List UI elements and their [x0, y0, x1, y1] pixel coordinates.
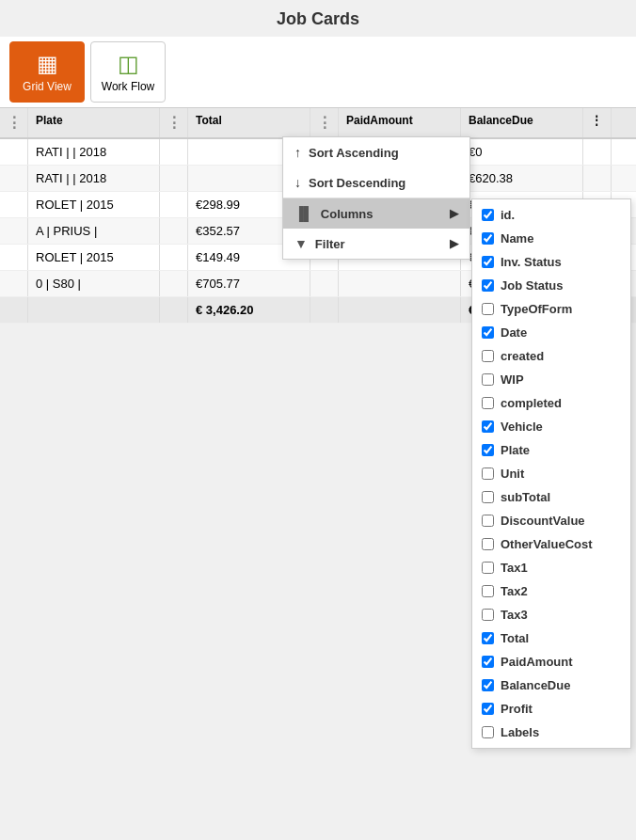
columns-item[interactable]: ▐▌ Columns ▶ id.NameInv. StatusJob Statu…	[283, 198, 469, 229]
header-extra[interactable]: ⋮	[583, 108, 612, 137]
col-type-of-form-item[interactable]: TypeOfForm	[472, 297, 630, 321]
col-created-item[interactable]: created	[472, 344, 630, 368]
col-job-status-label: Job Status	[501, 278, 563, 293]
col-vehicle-checkbox[interactable]	[482, 420, 494, 433]
row-plate: ROLET | 2015	[28, 245, 160, 270]
col-tax3-checkbox[interactable]	[482, 609, 494, 621]
col-id-item[interactable]: id.	[472, 203, 630, 227]
col-other-value-item[interactable]: OtherValueCost	[472, 532, 630, 556]
col-paid-amount-checkbox[interactable]	[482, 656, 494, 668]
col-labels-item[interactable]: Labels	[472, 721, 630, 744]
col-name-item[interactable]: Name	[472, 227, 630, 250]
header-dots-paid[interactable]: ⋮	[310, 108, 339, 137]
col-wip-label: WIP	[501, 372, 524, 387]
col-wip-checkbox[interactable]	[482, 373, 494, 386]
col-profit-checkbox[interactable]	[482, 703, 494, 715]
col-date-item[interactable]: Date	[472, 321, 630, 344]
col-wip-item[interactable]: WIP	[472, 368, 630, 391]
col-tax1-item[interactable]: Tax1	[472, 556, 630, 579]
columns-arrow-icon: ▶	[450, 207, 458, 220]
col-profit-label: Profit	[501, 702, 533, 716]
col-labels-checkbox[interactable]	[482, 726, 494, 738]
col-tax3-item[interactable]: Tax3	[472, 603, 630, 626]
col-plate-checkbox[interactable]	[482, 444, 494, 456]
col-tax3-label: Tax3	[501, 608, 528, 622]
columns-icon: ▐▌	[294, 206, 313, 221]
row-plate: ROLET | 2015	[28, 192, 160, 217]
col-subtotal-checkbox[interactable]	[482, 491, 494, 503]
sort-descending-label: Sort Descending	[309, 176, 405, 190]
col-paid-amount-label: PaidAmount	[501, 655, 573, 669]
col-name-checkbox[interactable]	[482, 232, 494, 245]
page-title: Job Cards	[0, 0, 636, 37]
col-date-label: Date	[501, 325, 527, 340]
header-paid: PaidAmount	[339, 108, 461, 137]
col-balance-due-item[interactable]: BalanceDue	[472, 674, 630, 697]
col-tax1-checkbox[interactable]	[482, 562, 494, 574]
col-completed-item[interactable]: completed	[472, 391, 630, 415]
col-date-checkbox[interactable]	[482, 326, 494, 339]
col-name-label: Name	[501, 231, 533, 246]
col-balance-due-checkbox[interactable]	[482, 679, 494, 691]
row-dots-total	[160, 192, 188, 217]
row-dots-paid	[310, 297, 339, 323]
col-id-checkbox[interactable]	[482, 209, 494, 221]
col-plate-item[interactable]: Plate	[472, 438, 630, 462]
col-inv-status-item[interactable]: Inv. Status	[472, 250, 630, 274]
col-paid-amount-item[interactable]: PaidAmount	[472, 650, 630, 674]
col-other-value-checkbox[interactable]	[482, 538, 494, 550]
col-completed-checkbox[interactable]	[482, 397, 494, 409]
col-created-checkbox[interactable]	[482, 350, 494, 362]
col-vehicle-item[interactable]: Vehicle	[472, 415, 630, 438]
col-total-checkbox[interactable]	[482, 632, 494, 644]
row-plate: 0 | S80 |	[28, 271, 160, 296]
row-dots	[0, 166, 28, 191]
header-dots-total[interactable]: ⋮ ↑ Sort Ascending ↓ Sort Descending ▐▌ …	[160, 108, 188, 137]
dropdown-menu: ↑ Sort Ascending ↓ Sort Descending ▐▌ Co…	[282, 136, 470, 260]
col-profit-item[interactable]: Profit	[472, 697, 630, 721]
col-total-label: Total	[501, 631, 529, 645]
sort-asc-icon: ↑	[294, 145, 301, 160]
col-plate-label: Plate	[501, 443, 530, 457]
col-discount-checkbox[interactable]	[482, 515, 494, 527]
tab-work-flow[interactable]: ◫ Work Flow	[90, 41, 166, 103]
col-total-item[interactable]: Total	[472, 626, 630, 650]
sort-descending-item[interactable]: ↓ Sort Descending	[283, 167, 469, 198]
filter-item[interactable]: ▼ Filter ▶	[283, 229, 469, 259]
header-dots-1[interactable]: ⋮	[0, 108, 28, 137]
row-dots-total	[160, 245, 188, 270]
row-dots-total	[160, 271, 188, 296]
col-unit-item[interactable]: Unit	[472, 462, 630, 485]
col-discount-item[interactable]: DiscountValue	[472, 509, 630, 532]
tab-grid-view[interactable]: ▦ Grid View	[9, 41, 85, 103]
row-dots	[0, 245, 28, 270]
col-tax2-item[interactable]: Tax2	[472, 579, 630, 603]
row-balance: €620.38	[461, 166, 583, 191]
columns-label: Columns	[321, 207, 374, 221]
col-job-status-item[interactable]: Job Status	[472, 274, 630, 297]
col-discount-label: DiscountValue	[501, 514, 585, 528]
col-type-of-form-checkbox[interactable]	[482, 303, 494, 315]
col-job-status-checkbox[interactable]	[482, 279, 494, 292]
col-inv-status-checkbox[interactable]	[482, 256, 494, 268]
row-dots-total	[160, 297, 188, 323]
row-dots-total	[160, 218, 188, 244]
col-unit-checkbox[interactable]	[482, 468, 494, 480]
row-plate: RATI | | 2018	[28, 166, 160, 191]
work-flow-icon: ◫	[118, 51, 139, 77]
tab-work-flow-label: Work Flow	[102, 80, 154, 93]
col-other-value-label: OtherValueCost	[501, 537, 593, 551]
row-dots	[0, 271, 28, 296]
row-total: € 3,426.20	[188, 297, 310, 323]
sort-ascending-item[interactable]: ↑ Sort Ascending	[283, 137, 469, 167]
header-total: Total	[188, 108, 310, 137]
row-plate	[28, 297, 160, 323]
col-tax2-checkbox[interactable]	[482, 585, 494, 597]
row-plate: RATI | | 2018	[28, 139, 160, 165]
row-dots-total	[160, 166, 188, 191]
col-balance-due-label: BalanceDue	[501, 678, 570, 692]
row-plate: A | PRIUS |	[28, 218, 160, 244]
row-dots	[0, 297, 28, 323]
row-dots-total	[160, 139, 188, 165]
col-subtotal-item[interactable]: subTotal	[472, 485, 630, 509]
